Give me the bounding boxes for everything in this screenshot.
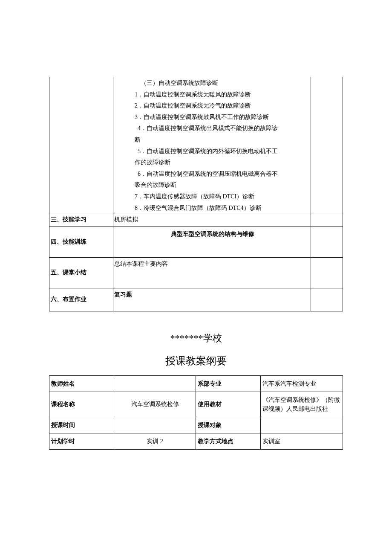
diag-item-3: 3．自动温度控制空调系统鼓风机不工作的故障诊断 <box>114 112 311 123</box>
diag-item-6: 6．自动温度控制空调系统的空调压缩机电磁离合器不吸合的故障诊断 <box>114 169 311 191</box>
diag-item-5: 5．自动温度控制空调系统的内外循环切换电动机不工作的故障诊断 <box>114 146 311 169</box>
row-summary-content: 总结本课程主要内容 <box>113 257 311 288</box>
textbook-label: 使用教材 <box>196 392 261 417</box>
dept-major-label: 系部专业 <box>196 375 261 392</box>
outline-note-cell <box>311 77 343 213</box>
plan-hours-label: 计划学时 <box>49 433 114 449</box>
plan-hours-value: 实训 2 <box>114 433 196 449</box>
teacher-name-value <box>114 375 196 392</box>
textbook-value: 《汽车空调系统检修》（附微课视频）人民邮电出版社 <box>261 392 343 417</box>
teach-target-label: 授课对象 <box>196 417 261 433</box>
doc-title: 授课教案纲要 <box>49 354 343 368</box>
row-homework-content: 复习题 <box>113 288 311 311</box>
school-name: *******学校 <box>49 332 343 345</box>
section-heading: （三）自动空调系统故障诊断 <box>114 78 311 89</box>
row-skill-learn-note <box>311 213 343 227</box>
row-homework-text: 复习题 <box>114 291 132 298</box>
row-skill-learn-content: 机房模拟 <box>113 213 311 227</box>
teacher-name-label: 教师姓名 <box>49 375 114 392</box>
outline-content-cell: （三）自动空调系统故障诊断 1．自动温度控制空调系统无暖风的故障诊断 2．自动温… <box>113 77 311 213</box>
row-homework-label: 六、布置作业 <box>49 288 113 311</box>
outline-prev-label-cell <box>49 77 113 213</box>
info-table: 教师姓名 系部专业 汽车系汽车检测专业 课程名称 汽车空调系统检修 使用教材 《… <box>49 375 343 450</box>
teach-place-value: 实训室 <box>261 433 343 449</box>
row-homework-note <box>311 288 343 311</box>
row-summary-label: 五、课堂小结 <box>49 257 113 288</box>
row-skill-train-text: 典型车型空调系统的结构与维修 <box>114 228 311 240</box>
row-skill-learn-label: 三、技能学习 <box>49 213 113 227</box>
teach-time-value <box>114 417 196 433</box>
diag-item-8: 8．冷暖空气混合风门故障（故障码 DTC4）诊断 <box>114 203 311 212</box>
row-skill-train-note <box>311 227 343 257</box>
course-name-label: 课程名称 <box>49 392 114 417</box>
row-skill-train-content: 典型车型空调系统的结构与维修 <box>113 227 311 257</box>
diag-item-1: 1．自动温度控制空调系统无暖风的故障诊断 <box>114 89 311 101</box>
row-skill-train-label: 四、技能训练 <box>49 227 113 257</box>
teach-target-value <box>261 417 343 433</box>
outline-table: （三）自动空调系统故障诊断 1．自动温度控制空调系统无暖风的故障诊断 2．自动温… <box>49 77 343 311</box>
diag-item-4: 4．自动温度控制空调系统出风模式不能切换的故障诊断 <box>114 123 311 145</box>
teach-time-label: 授课时间 <box>49 417 114 433</box>
course-name-value: 汽车空调系统检修 <box>114 392 196 417</box>
diag-item-7: 7．车内温度传感器故障（故障码 DTCI）诊断 <box>114 191 311 203</box>
row-summary-note <box>311 257 343 288</box>
teach-place-label: 教学方式地点 <box>196 433 261 449</box>
dept-major-value: 汽车系汽车检测专业 <box>261 375 343 392</box>
diag-item-2: 2．自动温度控制空调系统无冷气的故障诊断 <box>114 100 311 112</box>
